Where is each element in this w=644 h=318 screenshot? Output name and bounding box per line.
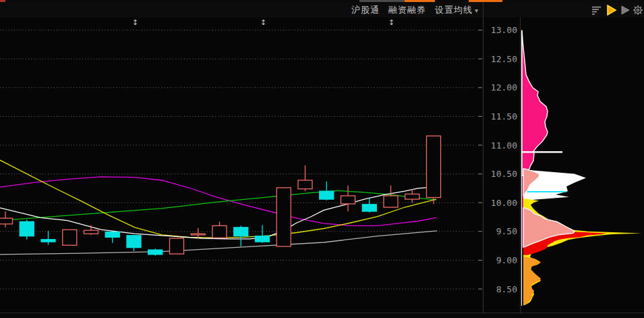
candle-up <box>384 196 398 207</box>
candle-up <box>191 234 205 235</box>
profile-white-spike <box>522 151 562 153</box>
price-axis-label: 9.00 <box>496 255 517 265</box>
updown-arrow-marker[interactable]: ↕ <box>260 19 266 26</box>
kline-chart[interactable]: 13.0012.5012.0011.5011.0010.5010.009.509… <box>0 18 644 318</box>
menu-item-margin-trading[interactable]: 融资融券 <box>388 2 426 18</box>
profile-cyan-line <box>523 191 566 192</box>
candle-up <box>84 230 98 234</box>
candle-down <box>41 240 55 242</box>
price-axis-label: 10.50 <box>491 169 517 179</box>
candle-down <box>105 232 119 238</box>
candle-down <box>127 236 141 248</box>
price-axis-label: 10.00 <box>491 198 517 208</box>
chevron-down-icon: ▾ <box>475 7 479 14</box>
menu-item-hugutong[interactable]: 沪股通 <box>351 2 380 18</box>
candle-up <box>427 136 441 197</box>
candle-down <box>148 250 163 255</box>
updown-arrow-marker[interactable]: ↕ <box>132 19 138 26</box>
play-icon-inactive[interactable] <box>620 5 631 16</box>
candle-up <box>212 226 227 238</box>
price-axis-label: 12.00 <box>491 82 517 92</box>
candle-down <box>256 236 270 242</box>
price-axis-label: 12.50 <box>491 54 517 64</box>
candle-up <box>405 194 419 199</box>
candle-up <box>298 180 312 189</box>
price-axis-label: 8.50 <box>496 284 517 294</box>
menu-bar: 沪股通 融资融券 设置均线▾ <box>0 2 644 18</box>
candle-up <box>63 230 77 245</box>
candle-down <box>234 228 248 236</box>
gear-icon[interactable] <box>633 5 643 16</box>
candle-up <box>170 238 184 254</box>
candle-up <box>341 196 355 204</box>
play-icon-active[interactable] <box>606 5 617 16</box>
candle-down <box>320 191 334 199</box>
updown-arrow-marker[interactable]: ↕ <box>388 19 394 26</box>
candle-down <box>362 205 376 211</box>
stock-app-window: { "app": { "menu_items": [ {"label": "沪股… <box>0 0 644 318</box>
menu-item-set-ma[interactable]: 设置均线▾ <box>435 2 479 18</box>
price-axis-label: 9.50 <box>496 226 517 236</box>
price-axis-label: 11.00 <box>491 140 517 151</box>
panel-separator <box>483 2 484 18</box>
price-axis-label: 13.00 <box>491 25 517 35</box>
list-icon[interactable] <box>591 5 602 16</box>
candle-up <box>276 188 291 246</box>
chart-background <box>0 18 644 313</box>
price-axis-label: 11.50 <box>491 111 517 122</box>
candle-up <box>0 218 13 224</box>
candle-down <box>20 221 34 236</box>
